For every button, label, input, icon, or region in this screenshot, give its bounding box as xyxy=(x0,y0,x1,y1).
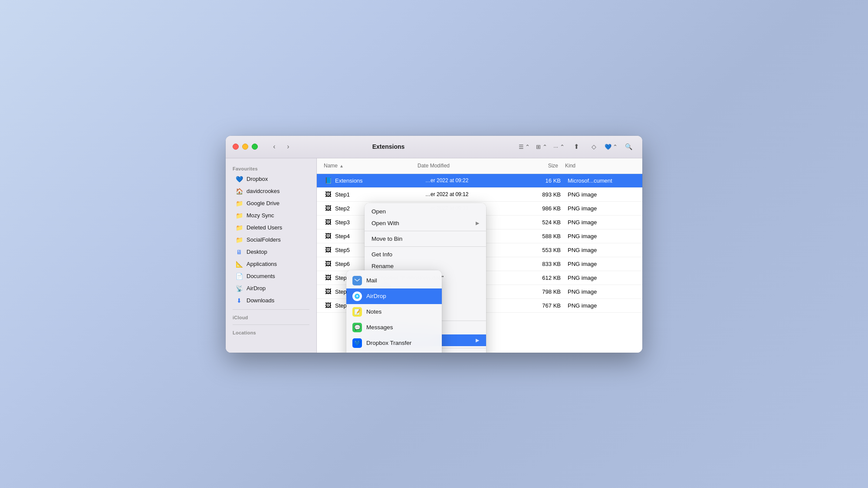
file-size: 986 KB xyxy=(516,205,568,212)
applications-icon: 📐 xyxy=(235,260,243,268)
sidebar-item-applications[interactable]: 📐 Applications xyxy=(228,258,314,270)
col-size-header[interactable]: Size xyxy=(511,163,565,169)
icloud-label: iCloud xyxy=(226,312,316,322)
file-size: 16 KB xyxy=(516,177,568,184)
ctx-get-info-label: Get Info xyxy=(372,251,392,258)
window-title: Extensions xyxy=(265,143,512,150)
traffic-lights xyxy=(233,144,258,150)
file-kind: PNG image xyxy=(568,233,635,239)
mail-icon xyxy=(352,276,362,285)
finder-window: ‹ › Extensions ☰ ⌃ ⊞ ⌃ ··· ⌃ ⬆ ◇ 💙 ⌃ 🔍 F… xyxy=(226,136,642,353)
file-kind: PNG image xyxy=(568,191,635,198)
sub-dropbox-transfer[interactable]: 💙 Dropbox Transfer xyxy=(346,335,442,351)
file-name: Step1 xyxy=(335,191,425,198)
share-button[interactable]: ⬆ xyxy=(569,141,583,153)
sub-airdrop[interactable]: AirDrop xyxy=(346,288,442,304)
sidebar-item-mozy-sync[interactable]: 📁 Mozy Sync xyxy=(228,210,314,222)
file-icon: 🖼 xyxy=(324,287,332,296)
sub-airdrop-label: AirDrop xyxy=(366,293,386,299)
sidebar-item-downloads[interactable]: ⬇ Downloads xyxy=(228,295,314,307)
file-icon: 🖼 xyxy=(324,259,332,268)
file-date: …er 2022 at 09:12 xyxy=(425,191,516,197)
ctx-move-to-bin[interactable]: Move to Bin xyxy=(365,233,486,245)
file-kind: PNG image xyxy=(568,219,635,226)
maximize-button[interactable] xyxy=(252,144,258,150)
file-size: 893 KB xyxy=(516,191,568,198)
home-icon: 🏠 xyxy=(235,187,243,195)
sidebar-item-social-folders[interactable]: 📁 SocialFolders xyxy=(228,234,314,246)
file-kind: PNG image xyxy=(568,247,635,253)
sidebar-item-desktop[interactable]: 🖥 Desktop xyxy=(228,246,314,258)
sub-notes[interactable]: 📝 Notes xyxy=(346,304,442,320)
table-row[interactable]: 🖼 Step1 …er 2022 at 09:12 893 KB PNG ima… xyxy=(317,188,642,202)
sidebar-item-dropbox[interactable]: 💙 Dropbox xyxy=(228,173,314,185)
share-submenu: Mail AirDrop 📝 Notes 💬 Messages xyxy=(346,270,442,353)
table-row[interactable]: 📘 Extensions …er 2022 at 09:22 16 KB Mic… xyxy=(317,174,642,188)
sidebar-item-label: AirDrop xyxy=(247,285,266,291)
sidebar-item-label: Deleted Users xyxy=(247,224,282,231)
ctx-open[interactable]: Open xyxy=(365,206,486,217)
sidebar-item-label: Dropbox xyxy=(247,176,268,182)
sidebar-item-google-drive[interactable]: 📁 Google Drive xyxy=(228,197,314,210)
sidebar-item-airdrop[interactable]: 📡 AirDrop xyxy=(228,282,314,295)
file-size: 553 KB xyxy=(516,247,568,253)
file-size: 612 KB xyxy=(516,275,568,281)
sidebar-item-label: Downloads xyxy=(247,297,274,304)
ctx-divider-2 xyxy=(365,246,486,247)
file-size: 767 KB xyxy=(516,302,568,309)
folder-icon: 📁 xyxy=(235,200,243,207)
ctx-open-with[interactable]: Open With ▶ xyxy=(365,217,486,229)
folder-icon: 📁 xyxy=(235,236,243,244)
ctx-move-to-bin-label: Move to Bin xyxy=(372,236,402,242)
ctx-rename-label: Rename xyxy=(372,263,394,269)
col-name-header[interactable]: Name ▲ xyxy=(324,163,418,169)
sidebar-item-documents[interactable]: 📄 Documents xyxy=(228,270,314,282)
sub-notes-label: Notes xyxy=(366,308,381,315)
file-kind: PNG image xyxy=(568,275,635,281)
file-icon: 🖼 xyxy=(324,301,332,310)
svg-rect-0 xyxy=(354,278,360,283)
minimize-button[interactable] xyxy=(242,144,248,150)
file-kind: Microsof...cument xyxy=(568,177,635,184)
airdrop-icon: 📡 xyxy=(235,285,243,292)
locations-label: Locations xyxy=(226,328,316,337)
col-date-header[interactable]: Date Modified xyxy=(418,163,511,169)
sidebar-item-deleted-users[interactable]: 📁 Deleted Users xyxy=(228,222,314,234)
folder-icon: 📁 xyxy=(235,224,243,232)
file-icon: 🖼 xyxy=(324,218,332,226)
list-view-button[interactable]: ☰ ⌃ xyxy=(517,141,531,153)
sub-messages[interactable]: 💬 Messages xyxy=(346,320,442,335)
search-button[interactable]: 🔍 xyxy=(621,141,635,153)
dropbox-icon: 💙 xyxy=(235,175,243,183)
airdrop-icon xyxy=(352,291,362,301)
file-header: Name ▲ Date Modified Size Kind xyxy=(317,158,642,174)
ctx-get-info[interactable]: Get Info xyxy=(365,249,486,260)
sidebar-item-davidcrookes[interactable]: 🏠 davidcrookes xyxy=(228,185,314,197)
sidebar: Favourites 💙 Dropbox 🏠 davidcrookes 📁 Go… xyxy=(226,158,317,353)
file-size: 524 KB xyxy=(516,219,568,226)
sub-mail-label: Mail xyxy=(366,277,377,284)
submenu-arrow: ▶ xyxy=(476,220,479,226)
file-icon: 🖼 xyxy=(324,204,332,213)
folder-icon: 📁 xyxy=(235,212,243,219)
ctx-open-label: Open xyxy=(372,208,386,215)
file-kind: PNG image xyxy=(568,261,635,267)
close-button[interactable] xyxy=(233,144,239,150)
file-icon: 🖼 xyxy=(324,246,332,254)
dropbox-transfer-icon: 💙 xyxy=(352,338,362,348)
more-options-button[interactable]: ··· ⌃ xyxy=(552,141,566,153)
sort-arrow: ▲ xyxy=(339,164,344,168)
file-kind: PNG image xyxy=(568,205,635,212)
sidebar-item-label: Applications xyxy=(247,261,277,267)
file-size: 833 KB xyxy=(516,261,568,267)
sub-dropbox-transfer-label: Dropbox Transfer xyxy=(366,340,411,346)
sub-mail[interactable]: Mail xyxy=(346,273,442,288)
file-name: Extensions xyxy=(335,177,425,184)
favourites-label: Favourites xyxy=(226,164,316,173)
tag-button[interactable]: ◇ xyxy=(587,141,601,153)
col-kind-header[interactable]: Kind xyxy=(565,163,635,169)
messages-icon: 💬 xyxy=(352,323,362,332)
dropbox-button[interactable]: 💙 ⌃ xyxy=(604,141,618,153)
grid-view-button[interactable]: ⊞ ⌃ xyxy=(535,141,549,153)
sidebar-item-label: Mozy Sync xyxy=(247,212,274,219)
